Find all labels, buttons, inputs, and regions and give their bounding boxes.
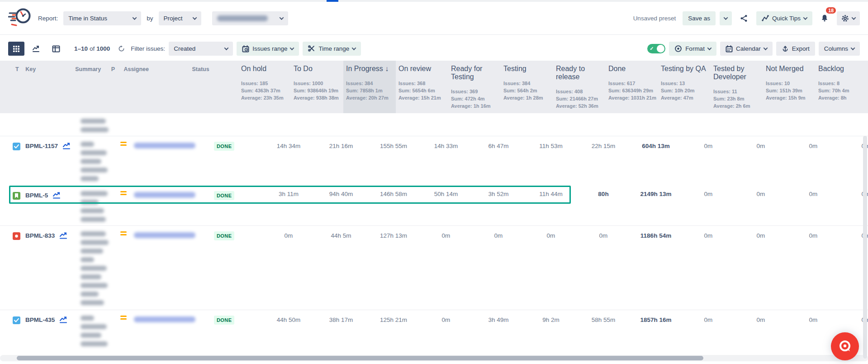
horizontal-scrollbar-track[interactable] [0, 355, 868, 361]
redacted-summary-line [81, 159, 101, 164]
issue-key-link[interactable]: BPML-435 [25, 316, 55, 323]
redacted-summary-line [81, 142, 94, 147]
redacted-summary-line [81, 208, 104, 213]
issue-trend-chart-icon[interactable] [62, 143, 71, 152]
chevron-down-icon [707, 46, 711, 50]
filter-issues-dropdown[interactable]: Created [169, 42, 233, 56]
export-button[interactable]: Export [776, 42, 815, 56]
status-badge: DONE [214, 231, 234, 240]
calendar-button[interactable]: Calendar [720, 42, 773, 56]
cell-ready-for-testing: 6h 47m [472, 136, 525, 186]
save-as-menu-button[interactable] [720, 11, 732, 25]
save-as-button[interactable]: Save as [683, 11, 716, 25]
table-row-bpml-833[interactable]: BPML-833DONE0m44h 5m127h 13m0m0m0m0m1186… [0, 225, 868, 310]
redacted-assignee-link[interactable] [134, 192, 195, 198]
horizontal-scrollbar-thumb[interactable] [17, 356, 703, 360]
col-header-tested-by-developer[interactable]: Tested by DeveloperIssues: 11Sum: 23h 8m… [711, 61, 763, 113]
quick-tips-label: Quick Tips [772, 15, 801, 22]
col-header-on-review[interactable]: On reviewIssues: 368Sum: 5654h 6mAverage… [396, 61, 448, 113]
settings-button[interactable] [837, 11, 860, 25]
cell-done: 1186h 54m [630, 226, 682, 310]
table-row-partial[interactable] [0, 113, 868, 136]
col-header-key[interactable]: Key [25, 66, 36, 72]
filter-issues-label: Filter issues: [131, 45, 165, 52]
col-header-backlog[interactable]: BacklogIssues: 8Sum: 70h 4mAverage: 8h [816, 61, 868, 113]
display-toggle[interactable]: ✓ [647, 44, 665, 53]
issue-trend-chart-icon[interactable] [59, 232, 68, 241]
redacted-assignee-link[interactable] [134, 316, 195, 322]
cell-to-do: 21h 16m [315, 136, 367, 186]
grid-icon [13, 45, 20, 53]
columns-button[interactable]: Columns [819, 42, 860, 56]
group-by-dropdown[interactable]: Project [159, 11, 201, 25]
task-type-icon [13, 143, 20, 150]
column-stats: Issues: 617Sum: 636349h 29mAverage: 1031… [608, 80, 655, 101]
view-toggle-grid[interactable] [8, 42, 24, 56]
col-header-priority[interactable]: P [111, 66, 115, 72]
issue-key-link[interactable]: BPML-5 [25, 192, 48, 199]
priority-medium-icon [120, 231, 127, 235]
col-header-testing-by-qa[interactable]: Testing by QAIssues: 13Sum: 10h 20mAvera… [658, 61, 711, 113]
redacted-summary-line [81, 231, 106, 236]
cell-testing-by-qa: 0m [682, 226, 735, 310]
redacted-summary-line [81, 283, 108, 288]
table-body: BPML-1157DONE14h 34m21h 16m155h 55m14h 3… [0, 113, 868, 364]
col-header-in-progress[interactable]: In Progress ↓Issues: 384Sum: 7858h 1mAve… [343, 61, 396, 113]
cell-on-hold: 14h 34m [262, 136, 315, 186]
calendar-label: Calendar [736, 45, 761, 52]
table-row-bpml-5[interactable]: BPML-5DONE3h 11m94h 40m146h 58m50h 14m3h… [0, 186, 868, 225]
project-select-dropdown[interactable] [212, 11, 288, 25]
col-header-testing[interactable]: TestingIssues: 384Sum: 564h 2mAverage: 1… [501, 61, 553, 113]
col-header-on-hold[interactable]: On holdIssues: 185Sum: 4363h 37mAverage:… [238, 61, 291, 113]
col-header-done[interactable]: DoneIssues: 617Sum: 636349h 29mAverage: … [606, 61, 658, 113]
issue-trend-chart-icon[interactable] [52, 192, 61, 201]
time-range-button[interactable]: Time range [303, 42, 361, 56]
cell-in-progress: 146h 58m [367, 186, 420, 225]
bell-icon [821, 14, 829, 22]
col-header-to-do[interactable]: To DoIssues: 1000Sum: 938646h 19mAverage… [291, 61, 343, 113]
col-header-ready-to-release[interactable]: Ready to releaseIssues: 408Sum: 21466h 2… [553, 61, 606, 113]
cell-in-progress: 155h 55m [367, 136, 420, 186]
notifications-button[interactable]: 18 [816, 11, 833, 25]
redacted-summary-line [81, 333, 101, 338]
issues-range-button[interactable]: Issues range [237, 42, 299, 56]
vertical-scrollbar-thumb[interactable] [863, 136, 867, 359]
refresh-button[interactable] [115, 42, 127, 56]
cell-testing-by-qa: 0m [682, 136, 735, 186]
col-header-status[interactable]: Status [192, 66, 209, 72]
bug-type-icon [13, 232, 20, 240]
redacted-summary-line [81, 316, 94, 321]
priority-medium-icon [120, 191, 127, 195]
support-logo-icon [837, 339, 853, 354]
redacted-summary-line [81, 119, 106, 124]
view-toggle-board[interactable] [48, 42, 64, 56]
redacted-assignee-link[interactable] [134, 232, 195, 238]
issue-trend-chart-icon[interactable] [59, 316, 68, 326]
share-button[interactable] [736, 11, 752, 25]
col-header-type[interactable]: T [15, 66, 19, 72]
view-toggle-chart[interactable] [28, 42, 44, 56]
col-header-summary[interactable]: Summary [75, 66, 101, 72]
report-type-dropdown[interactable]: Time in Status [63, 11, 141, 25]
format-button[interactable]: Format [669, 42, 716, 56]
column-stats: Issues: 10Sum: 151h 39mAverage: 15h 9m [766, 80, 812, 101]
column-stats: Issues: 1000Sum: 938646h 19mAverage: 938… [294, 80, 340, 101]
column-stats: Issues: 384Sum: 7858h 1mAverage: 20h 27m [346, 80, 392, 101]
redacted-project-name [217, 15, 268, 21]
redacted-summary-line [81, 274, 101, 279]
issue-key-link[interactable]: BPML-1157 [25, 143, 58, 149]
cell-to-do: 94h 40m [315, 186, 367, 225]
status-badge: DONE [214, 191, 234, 200]
redacted-summary-line [81, 341, 108, 346]
redacted-assignee-link[interactable] [134, 143, 195, 148]
filter-issues-value: Created [174, 45, 195, 52]
help-chat-button[interactable] [831, 332, 859, 360]
col-header-ready-for-testing[interactable]: Ready for TestingIssues: 369Sum: 472h 4m… [448, 61, 501, 113]
quick-tips-button[interactable]: Quick Tips [756, 11, 812, 25]
issue-key-link[interactable]: BPML-833 [25, 232, 55, 239]
col-header-not-merged[interactable]: Not MergedIssues: 10Sum: 151h 39mAverage… [763, 61, 816, 113]
table-row-bpml-1157[interactable]: BPML-1157DONE14h 34m21h 16m155h 55m14h 3… [0, 136, 868, 186]
col-header-assignee[interactable]: Assignee [123, 66, 149, 72]
pagination-total: 1000 [96, 45, 110, 52]
cell-not-merged: 0m [787, 136, 840, 186]
